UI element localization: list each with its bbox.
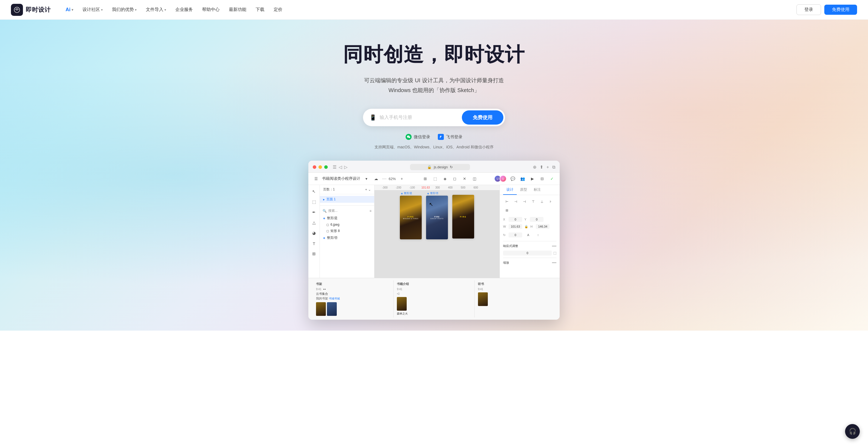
phone-input[interactable] <box>380 115 462 120</box>
maximize-window-button[interactable] <box>324 165 328 169</box>
tab-prototype[interactable]: 原型 <box>517 185 530 195</box>
layer-item-3[interactable]: ▢ 矩形 8 <box>320 228 374 234</box>
nav-ai[interactable]: Ai ▾ <box>62 5 77 15</box>
select-tool[interactable]: ↖ <box>310 187 318 196</box>
audiobook-title: 听书 <box>478 282 552 286</box>
new-tab-icon[interactable]: + <box>547 165 549 170</box>
align-top-icon[interactable]: ⊤ <box>529 198 537 206</box>
project-dropdown-button[interactable]: ▾ <box>363 175 370 182</box>
navbar: 即时设计 Ai ▾ 设计社区 ▾ 我们的优势 ▾ 文件导入 ▾ 企业服务 帮助中… <box>0 0 868 20</box>
shape-tool[interactable]: △ <box>310 218 318 227</box>
image-tool[interactable]: ⊞ <box>310 249 318 258</box>
scale-row: 0 ⬚ <box>503 250 556 256</box>
import-chevron-icon: ▾ <box>164 8 166 12</box>
zoom-add-button[interactable]: + <box>398 175 406 182</box>
free-use-button[interactable]: 免费使用 <box>824 5 857 15</box>
app-content: ↖ ⬚ ✒ △ ◕ T ⊞ 页数：1 + ⌄ ▸ <box>308 185 560 278</box>
refresh-icon[interactable]: ↻ <box>450 165 453 169</box>
nav-help[interactable]: 帮助中心 <box>198 5 223 15</box>
url-bar: 🔒 js.design ↻ <box>350 164 531 170</box>
project-name: 书籍阅读类小程序设计 <box>322 176 360 181</box>
url-display[interactable]: 🔒 js.design ↻ <box>410 164 470 170</box>
component-icon[interactable]: ◈ <box>441 175 449 182</box>
layers-panel: 页数：1 + ⌄ ▸ 页面 1 🔍 搜索... ≡ <box>320 185 374 278</box>
hero-section: 同时创造，即时设计 可云端编辑的专业级 UI 设计工具，为中国设计师量身打造 W… <box>0 20 868 331</box>
sidebar-toggle-icon[interactable]: ☰ <box>333 165 337 170</box>
grid-icon[interactable]: ⊞ <box>422 175 429 182</box>
page-options-icon[interactable]: ⌄ <box>368 188 371 191</box>
right-panel-tabs: 设计 原型 标注 <box>500 185 560 195</box>
minus-icon[interactable]: — <box>552 243 556 248</box>
canvas-frame-1[interactable]: FIRE MYESHA & FIRES <box>400 196 422 239</box>
filter-icon[interactable]: ≡ <box>370 209 371 213</box>
advantages-chevron-icon: ▾ <box>135 8 136 12</box>
minimize-window-button[interactable] <box>318 165 322 169</box>
align-middle-icon[interactable]: ⊥ <box>538 198 546 206</box>
tab-mark[interactable]: 标注 <box>530 185 544 195</box>
scale-minus-icon[interactable]: — <box>552 260 556 265</box>
canvas-area[interactable]: -300 -200 -100 101.63 300 400 500 600 ◈ … <box>374 185 500 278</box>
nav-enterprise[interactable]: 企业服务 <box>172 5 197 15</box>
flip-v-icon[interactable]: ↑ <box>534 231 542 239</box>
layer-item-2[interactable]: ▢ 6.jpeg <box>320 221 374 228</box>
nav-advantages[interactable]: 我们的优势 ▾ <box>108 5 141 15</box>
check-icon[interactable]: ✓ <box>548 175 556 182</box>
login-button[interactable]: 登录 <box>797 4 821 15</box>
users-icon[interactable]: 👥 <box>519 175 526 182</box>
wechat-login-item[interactable]: 微信登录 <box>406 134 430 140</box>
y-value[interactable]: 0 <box>530 217 544 222</box>
lock-ratio-icon[interactable]: 🔒 <box>524 225 528 229</box>
comments-icon[interactable]: 💬 <box>509 175 517 182</box>
svg-point-0 <box>17 9 18 10</box>
menu-button[interactable]: ☰ <box>312 175 320 182</box>
scale-value[interactable]: 0 <box>503 250 552 256</box>
nav-pricing[interactable]: 定价 <box>270 5 286 15</box>
canvas-frame-2[interactable]: FIRE GROUP PHOTO <box>426 196 448 239</box>
pen-tool[interactable]: ✒ <box>310 208 318 217</box>
canvas-frame-3[interactable]: FIRE <box>452 195 474 239</box>
bookshelf-title: 书架 <box>316 282 390 286</box>
layer-page1[interactable]: ▸ 页面 1 <box>320 196 374 203</box>
align-bottom-icon[interactable]: ⊦ <box>547 198 554 206</box>
copy-icon[interactable]: ⧉ <box>552 165 555 170</box>
close-window-button[interactable] <box>313 165 316 169</box>
forward-icon[interactable]: ▷ <box>344 165 347 170</box>
frame-tool[interactable]: ⬚ <box>310 198 318 206</box>
play-icon[interactable]: ▶ <box>528 175 536 182</box>
layers-header: 页数：1 + ⌄ <box>320 185 374 194</box>
align-center-h-icon[interactable]: ⊣ <box>512 198 520 206</box>
export-icon[interactable]: ⊟ <box>538 175 546 182</box>
back-icon[interactable]: ◁ <box>339 165 342 170</box>
paint-tool[interactable]: ◕ <box>310 229 318 237</box>
flip-h-icon[interactable]: A <box>524 231 532 239</box>
rotation-property-row: ↻ 0 A ↑ <box>503 231 556 239</box>
mask-icon[interactable]: ◫ <box>471 175 478 182</box>
h-value[interactable]: 146.34 <box>536 224 550 229</box>
add-page-button[interactable]: + <box>365 188 367 191</box>
hero-title: 同时创造，即时设计 <box>343 41 525 68</box>
nav-community[interactable]: 设计社区 ▾ <box>79 5 106 15</box>
frame-icon[interactable]: ⬚ <box>431 175 439 182</box>
brand-logo[interactable]: 即时设计 <box>11 4 51 16</box>
text-tool[interactable]: T <box>310 239 318 248</box>
x-value[interactable]: 0 <box>508 217 522 222</box>
nav-import[interactable]: 文件导入 ▾ <box>142 5 170 15</box>
draw-tool-icon[interactable]: ◻ <box>451 175 459 182</box>
share-icon[interactable]: ⬆ <box>540 165 543 170</box>
rotation-value[interactable]: 0 <box>508 233 522 237</box>
tab-design[interactable]: 设计 <box>503 185 517 195</box>
scale-expand-icon[interactable]: ⬚ <box>553 251 556 255</box>
w-value[interactable]: 101.63 <box>508 224 522 229</box>
layer-item-1[interactable]: ◈ 整页/是 <box>320 215 374 221</box>
responsive-label: 响应式调整 <box>503 244 518 248</box>
align-right-icon[interactable]: ⊣ <box>521 198 528 206</box>
nav-download[interactable]: 下载 <box>252 5 268 15</box>
feishu-login-item[interactable]: 飞书登录 <box>438 134 462 140</box>
hero-cta-button[interactable]: 免费使用 <box>462 110 503 125</box>
nav-features[interactable]: 最新功能 <box>225 5 250 15</box>
layer-item-4[interactable]: ◈ 整页/否 <box>320 234 374 241</box>
align-left-icon[interactable]: ⊢ <box>503 198 511 206</box>
distribute-icon[interactable]: ⊞ <box>503 207 511 214</box>
pen-icon[interactable]: ✕ <box>461 175 468 182</box>
screenshot-icon[interactable]: ⊕ <box>533 165 536 170</box>
